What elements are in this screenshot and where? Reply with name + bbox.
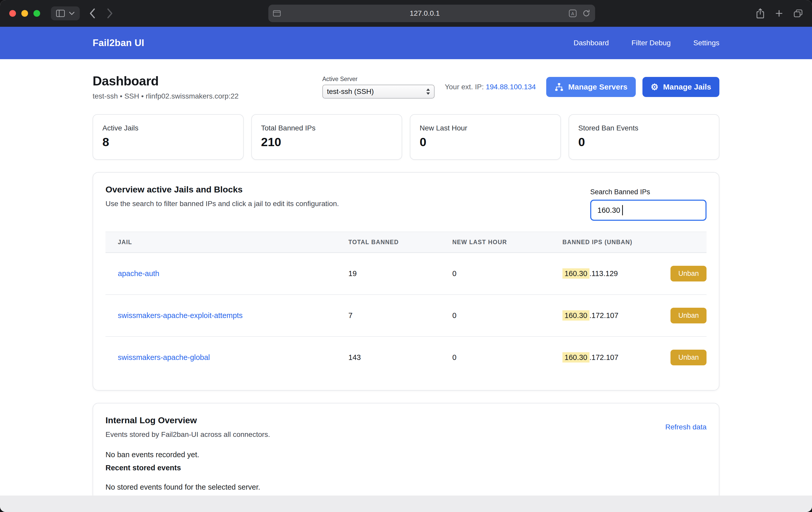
svg-text:A: A xyxy=(571,11,574,16)
stat-card-active-jails: Active Jails 8 xyxy=(93,114,244,160)
minimize-button[interactable] xyxy=(21,10,28,17)
stat-label: Stored Ban Events xyxy=(578,124,710,132)
gear-icon: ⚙ xyxy=(651,83,658,91)
active-server-value: test-ssh (SSH) xyxy=(327,87,374,96)
unban-button[interactable]: Unban xyxy=(670,350,706,365)
share-icon[interactable] xyxy=(756,8,765,19)
total-banned-cell: 7 xyxy=(348,294,452,337)
overview-title: Overview active Jails and Blocks xyxy=(106,184,339,195)
translate-icon[interactable]: A xyxy=(569,9,577,17)
url-text: 127.0.0.1 xyxy=(281,9,569,18)
manage-servers-button[interactable]: Manage Servers xyxy=(546,77,636,97)
ip-match-highlight: 160.30 xyxy=(562,310,589,320)
log-subtitle: Events stored by Fail2ban-UI across all … xyxy=(106,430,270,439)
tab-overview-icon[interactable] xyxy=(793,9,803,18)
nav-link-settings[interactable]: Settings xyxy=(693,39,719,47)
stat-label: New Last Hour xyxy=(419,124,551,132)
overview-subtitle: Use the search to filter banned IPs and … xyxy=(106,200,339,208)
banned-ip: 160.30.172.107 xyxy=(562,353,618,362)
page-footer xyxy=(0,495,812,512)
table-header-row: JAIL TOTAL BANNED NEW LAST HOUR BANNED I… xyxy=(106,232,706,253)
no-ban-events-text: No ban events recorded yet. xyxy=(106,451,706,459)
log-title: Internal Log Overview xyxy=(106,415,270,425)
overview-card: Overview active Jails and Blocks Use the… xyxy=(93,172,719,391)
manage-jails-button[interactable]: ⚙ Manage Jails xyxy=(642,77,719,97)
chevron-down-icon xyxy=(69,11,75,15)
new-last-hour-cell: 0 xyxy=(452,294,562,337)
forward-button[interactable] xyxy=(107,8,114,19)
zoom-button[interactable] xyxy=(33,10,40,17)
col-header-total-banned: TOTAL BANNED xyxy=(348,232,452,253)
table-row: swissmakers-apache-exploit-attempts 7 0 … xyxy=(106,294,706,337)
stat-label: Active Jails xyxy=(103,124,234,132)
external-ip: Your ext. IP: 194.88.100.134 xyxy=(445,83,536,91)
active-server-select[interactable]: test-ssh (SSH) xyxy=(322,85,435,98)
address-bar[interactable]: 127.0.0.1 A xyxy=(268,5,595,22)
internal-log-card: Internal Log Overview Events stored by F… xyxy=(93,403,719,495)
table-row: apache-auth 19 0 160.30.113.129 Unban xyxy=(106,253,706,294)
nav-link-dashboard[interactable]: Dashboard xyxy=(574,39,609,47)
page-content: Dashboard test-ssh • SSH • rlinfp02.swis… xyxy=(0,59,812,495)
stat-card-new-last-hour: New Last Hour 0 xyxy=(410,114,561,160)
sidebar-icon xyxy=(56,9,65,17)
total-banned-cell: 19 xyxy=(348,253,452,294)
jails-table: JAIL TOTAL BANNED NEW LAST HOUR BANNED I… xyxy=(106,232,706,378)
page-settings-icon[interactable] xyxy=(273,10,281,17)
window-controls xyxy=(9,10,40,17)
app-navbar: Fail2ban UI Dashboard Filter Debug Setti… xyxy=(0,27,812,59)
col-header-jail: JAIL xyxy=(106,232,348,253)
new-last-hour-cell: 0 xyxy=(452,253,562,294)
text-caret xyxy=(622,205,623,215)
col-header-banned-ips: BANNED IPS (UNBAN) xyxy=(562,232,706,253)
stat-cards: Active Jails 8 Total Banned IPs 210 New … xyxy=(93,114,719,160)
nav-link-filter-debug[interactable]: Filter Debug xyxy=(631,39,671,47)
sidebar-toggle[interactable] xyxy=(51,6,80,20)
page-title: Dashboard xyxy=(93,74,238,88)
jail-link[interactable]: apache-auth xyxy=(118,269,159,278)
new-tab-icon[interactable] xyxy=(775,9,783,18)
table-row: swissmakers-apache-global 143 0 160.30.1… xyxy=(106,337,706,378)
stat-value: 0 xyxy=(419,135,551,149)
reload-button[interactable] xyxy=(582,9,590,18)
new-last-hour-cell: 0 xyxy=(452,337,562,378)
search-banned-ips-label: Search Banned IPs xyxy=(590,188,706,196)
servers-icon xyxy=(554,82,564,92)
ip-match-highlight: 160.30 xyxy=(562,352,589,363)
search-banned-ips-input[interactable] xyxy=(590,200,706,221)
stat-value: 8 xyxy=(103,135,234,149)
col-header-new-last-hour: NEW LAST HOUR xyxy=(452,232,562,253)
unban-button[interactable]: Unban xyxy=(670,308,706,323)
total-banned-cell: 143 xyxy=(348,337,452,378)
stat-card-stored-events: Stored Ban Events 0 xyxy=(569,114,720,160)
stat-label: Total Banned IPs xyxy=(261,124,393,132)
banned-ip: 160.30.172.107 xyxy=(562,311,618,320)
banned-ip: 160.30.113.129 xyxy=(562,269,618,278)
active-server-label: Active Server xyxy=(322,76,435,83)
stat-value: 210 xyxy=(261,135,393,149)
jail-link[interactable]: swissmakers-apache-global xyxy=(118,353,210,362)
stat-card-total-banned: Total Banned IPs 210 xyxy=(251,114,402,160)
page-subtitle: test-ssh • SSH • rlinfp02.swissmakers.co… xyxy=(93,92,238,100)
select-arrows-icon xyxy=(426,88,430,95)
page-heading: Dashboard test-ssh • SSH • rlinfp02.swis… xyxy=(93,74,238,100)
recent-stored-events-title: Recent stored events xyxy=(106,464,706,472)
no-stored-events-text: No stored events found for the selected … xyxy=(106,483,706,491)
browser-chrome: 127.0.0.1 A xyxy=(0,0,812,27)
close-button[interactable] xyxy=(9,10,16,17)
browser-window: 127.0.0.1 A xyxy=(0,0,812,512)
ip-match-highlight: 160.30 xyxy=(562,268,589,279)
jail-link[interactable]: swissmakers-apache-exploit-attempts xyxy=(118,311,243,319)
external-ip-value: 194.88.100.134 xyxy=(486,83,536,91)
nav-links: Dashboard Filter Debug Settings xyxy=(574,39,719,47)
unban-button[interactable]: Unban xyxy=(670,266,706,282)
stat-value: 0 xyxy=(578,135,710,149)
back-button[interactable] xyxy=(88,8,96,19)
refresh-data-link[interactable]: Refresh data xyxy=(665,423,706,431)
app-brand[interactable]: Fail2ban UI xyxy=(93,37,144,48)
